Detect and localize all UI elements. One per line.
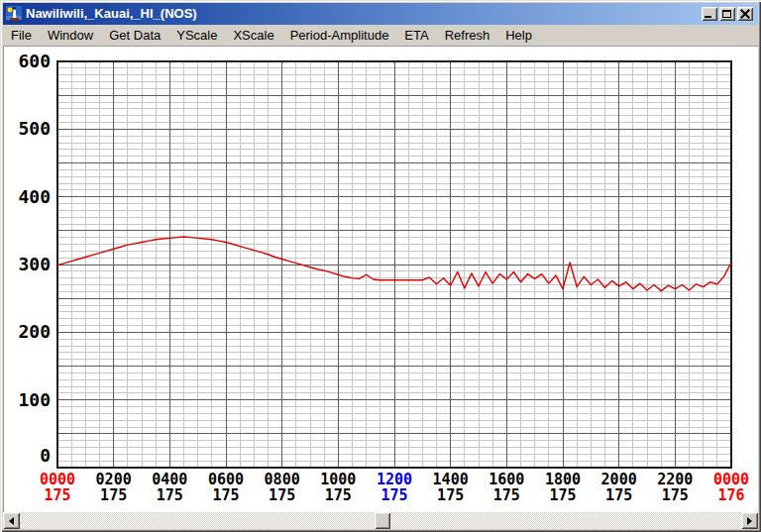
menu-item-file[interactable]: File	[3, 26, 40, 45]
maximize-button[interactable]	[719, 7, 735, 21]
y-tick-label: 500	[18, 118, 51, 139]
x-tick-day-label: 175	[325, 486, 352, 504]
x-tick-day-label: 175	[157, 486, 183, 504]
x-tick-day-label: 176	[717, 486, 744, 504]
menu-bar: File Window Get Data YScale XScale Perio…	[3, 25, 758, 46]
window-title: Nawiliwili,_Kauai,_HI_(NOS)	[26, 3, 698, 25]
x-axis-labels: 0000175020017504001750600175080017510001…	[40, 471, 749, 504]
y-tick-label: 0	[40, 445, 51, 466]
menu-item-get-data[interactable]: Get Data	[101, 26, 168, 45]
close-icon	[737, 7, 753, 21]
y-tick-label: 600	[18, 51, 51, 71]
x-tick-day-label: 175	[212, 486, 239, 504]
menu-item-refresh[interactable]: Refresh	[437, 26, 498, 45]
x-tick-day-label: 175	[662, 486, 689, 504]
menu-item-xscale[interactable]: XScale	[225, 26, 281, 45]
scrollbar-thumb[interactable]	[375, 512, 390, 529]
x-tick-day-label: 175	[269, 486, 295, 504]
x-tick-day-label: 175	[380, 486, 407, 504]
minimize-button[interactable]	[702, 7, 717, 21]
x-tick-day-label: 175	[549, 486, 576, 504]
y-axis-labels: 6005004003002001000	[18, 51, 51, 466]
x-tick-day-label: 175	[44, 486, 70, 504]
scroll-right-button[interactable]	[741, 512, 758, 529]
minimize-icon	[705, 16, 711, 18]
close-button[interactable]	[737, 7, 753, 21]
app-window: Nawiliwili,_Kauai,_HI_(NOS) File Window …	[0, 0, 761, 532]
x-tick-day-label: 175	[493, 486, 520, 504]
y-tick-label: 300	[18, 254, 51, 274]
lighthouse-icon[interactable]	[6, 6, 22, 22]
y-tick-label: 200	[18, 321, 51, 342]
menu-item-eta[interactable]: ETA	[396, 26, 436, 45]
scroll-right-arrow-icon	[747, 517, 752, 525]
maximize-icon	[722, 10, 731, 18]
menu-item-window[interactable]: Window	[40, 26, 101, 45]
y-tick-label: 100	[18, 389, 51, 410]
scroll-left-button[interactable]	[3, 512, 20, 529]
menu-item-help[interactable]: Help	[497, 26, 540, 45]
x-tick-day-label: 175	[437, 486, 464, 504]
x-tick-day-label: 175	[605, 486, 632, 504]
chart-client-area: 6005004003002001000000017502001750400175…	[3, 46, 758, 512]
y-tick-label: 400	[18, 186, 51, 207]
window-controls	[702, 7, 753, 21]
x-tick-day-label: 175	[100, 486, 127, 504]
scroll-left-arrow-icon	[9, 517, 14, 525]
horizontal-scrollbar[interactable]	[3, 512, 758, 529]
menu-item-period-amplitude[interactable]: Period-Amplitude	[282, 26, 397, 45]
title-bar: Nawiliwili,_Kauai,_HI_(NOS)	[3, 3, 758, 25]
tide-chart: 6005004003002001000000017502001750400175…	[3, 46, 758, 512]
menu-item-yscale[interactable]: YScale	[168, 26, 225, 45]
